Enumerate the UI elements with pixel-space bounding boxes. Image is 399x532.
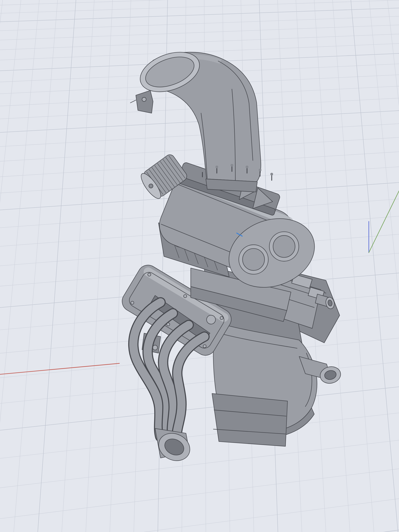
grid-line	[369, 0, 399, 532]
grid-line	[0, 0, 39, 532]
scoop-clamp[interactable]	[136, 90, 153, 113]
grid-line	[0, 469, 399, 519]
grid-line	[314, 0, 350, 532]
grid-line	[351, 0, 398, 532]
grid-line	[0, 25, 399, 40]
grid-line	[0, 138, 399, 161]
grid-line	[0, 0, 21, 532]
grid-line	[0, 8, 399, 22]
3d-viewport[interactable]	[0, 0, 399, 532]
grid-line	[86, 0, 113, 532]
grid-line	[38, 0, 76, 532]
grid-line	[0, 499, 399, 532]
clamp-tail	[130, 100, 136, 103]
grid-line	[0, 530, 399, 532]
grid-line	[0, 0, 399, 13]
grid-line	[0, 16, 399, 31]
clamp-bolt	[142, 97, 146, 101]
grid-line	[387, 0, 399, 532]
supercharger-port-inner	[243, 248, 264, 271]
scene-canvas[interactable]	[0, 0, 399, 532]
grid-line	[0, 0, 3, 532]
grid-line	[110, 0, 131, 532]
grid-line	[0, 387, 399, 430]
grid-line	[0, 362, 399, 403]
grid-line	[333, 0, 374, 532]
grid-line	[0, 34, 399, 50]
bracket-bolt	[153, 345, 158, 350]
grid-line	[0, 413, 399, 458]
grid-line	[62, 0, 94, 532]
supercharger-port-inner	[273, 235, 295, 257]
x-axis-line	[0, 363, 119, 374]
engine-model[interactable]	[118, 44, 342, 466]
grid-line	[0, 440, 399, 488]
grid-line	[0, 0, 399, 5]
grid-line	[14, 0, 58, 532]
oil-pan[interactable]	[212, 393, 287, 446]
